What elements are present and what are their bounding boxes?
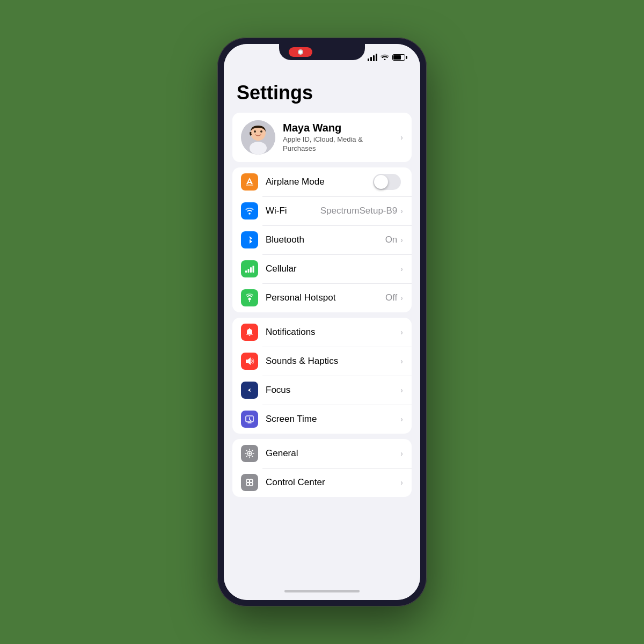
wifi-label: Wi-Fi — [266, 206, 320, 216]
svg-rect-12 — [249, 301, 250, 302]
battery-icon — [392, 54, 405, 61]
hotspot-icon — [241, 289, 258, 306]
general-section: General › Control Center › — [232, 439, 412, 497]
profile-section: Maya Wang Apple ID, iCloud, Media & Purc… — [232, 113, 412, 162]
svg-rect-8 — [248, 269, 250, 273]
cellular-icon — [241, 260, 258, 277]
svg-point-19 — [250, 479, 253, 482]
airplane-mode-toggle[interactable] — [373, 174, 401, 190]
wifi-row[interactable]: Wi-Fi SpectrumSetup-B9 › — [232, 196, 412, 225]
svg-point-11 — [248, 298, 251, 301]
signal-bars — [368, 54, 377, 61]
airplane-mode-icon — [241, 173, 258, 191]
wifi-chevron: › — [400, 207, 403, 215]
hotspot-chevron: › — [400, 294, 403, 302]
svg-point-4 — [250, 142, 267, 155]
camera-pill — [289, 47, 312, 57]
profile-subtitle: Apple ID, iCloud, Media & Purchases — [283, 135, 393, 153]
svg-rect-10 — [253, 266, 254, 273]
control-center-row[interactable]: Control Center › — [232, 468, 412, 497]
general-chevron: › — [400, 449, 403, 458]
general-icon — [241, 445, 258, 462]
cellular-label: Cellular — [266, 264, 400, 274]
notifications-row[interactable]: Notifications › — [232, 318, 412, 347]
general-label: General — [266, 448, 400, 459]
notifications-label: Notifications — [266, 327, 400, 338]
focus-icon — [241, 382, 258, 399]
phone-screen: Settings — [224, 44, 420, 600]
hotspot-value: Off — [385, 292, 397, 303]
screentime-label: Screen Time — [266, 414, 400, 425]
general-row[interactable]: General › — [232, 439, 412, 468]
bluetooth-icon — [241, 231, 258, 248]
svg-point-3 — [260, 130, 262, 133]
profile-row[interactable]: Maya Wang Apple ID, iCloud, Media & Purc… — [232, 113, 412, 162]
notch — [279, 44, 365, 60]
hotspot-row[interactable]: Personal Hotspot Off › — [232, 283, 412, 312]
home-indicator — [224, 582, 420, 600]
notifications-section: Notifications › Sounds & Haptics › — [232, 318, 412, 434]
svg-marker-13 — [246, 357, 251, 365]
airplane-mode-row[interactable]: Airplane Mode — [232, 167, 412, 196]
home-bar — [284, 590, 360, 592]
bluetooth-chevron: › — [400, 236, 403, 244]
bluetooth-value: On — [385, 235, 398, 245]
screen-content[interactable]: Settings — [224, 71, 420, 582]
profile-text: Maya Wang Apple ID, iCloud, Media & Purc… — [283, 122, 393, 153]
notifications-icon — [241, 324, 258, 341]
sounds-label: Sounds & Haptics — [266, 356, 400, 367]
status-right — [368, 53, 405, 62]
cellular-chevron: › — [400, 265, 403, 273]
screentime-chevron: › — [400, 415, 403, 423]
phone-frame: Settings — [217, 38, 427, 606]
sounds-icon — [241, 353, 258, 370]
focus-row[interactable]: Focus › — [232, 376, 412, 405]
hotspot-label: Personal Hotspot — [266, 292, 385, 303]
avatar — [241, 120, 275, 155]
sounds-row[interactable]: Sounds & Haptics › — [232, 347, 412, 376]
bluetooth-row[interactable]: Bluetooth On › — [232, 225, 412, 254]
profile-chevron: › — [400, 133, 403, 142]
svg-point-6 — [248, 213, 251, 215]
airplane-mode-label: Airplane Mode — [266, 177, 373, 187]
svg-rect-9 — [250, 267, 252, 273]
svg-point-21 — [250, 482, 253, 486]
wifi-value: SpectrumSetup-B9 — [320, 206, 398, 216]
svg-rect-7 — [245, 270, 247, 273]
camera-dot — [298, 49, 303, 55]
notifications-chevron: › — [400, 328, 403, 336]
focus-chevron: › — [400, 386, 403, 394]
svg-rect-5 — [246, 185, 253, 186]
svg-point-16 — [248, 452, 251, 455]
svg-point-18 — [246, 479, 250, 482]
page-title: Settings — [224, 71, 420, 113]
bluetooth-label: Bluetooth — [266, 235, 385, 245]
screentime-row[interactable]: Screen Time › — [232, 405, 412, 434]
wifi-icon — [380, 53, 389, 62]
focus-label: Focus — [266, 385, 400, 396]
wifi-setting-icon — [241, 202, 258, 219]
control-center-label: Control Center — [266, 477, 400, 488]
status-bar — [224, 44, 420, 71]
connectivity-section: Airplane Mode Wi-Fi Spec — [232, 167, 412, 312]
sounds-chevron: › — [400, 357, 403, 365]
control-center-chevron: › — [400, 478, 403, 487]
svg-point-20 — [246, 482, 250, 486]
cellular-row[interactable]: Cellular › — [232, 254, 412, 283]
profile-name: Maya Wang — [283, 122, 393, 134]
screentime-icon — [241, 411, 258, 428]
control-center-icon — [241, 474, 258, 491]
svg-point-14 — [249, 390, 250, 391]
svg-point-2 — [254, 130, 256, 133]
